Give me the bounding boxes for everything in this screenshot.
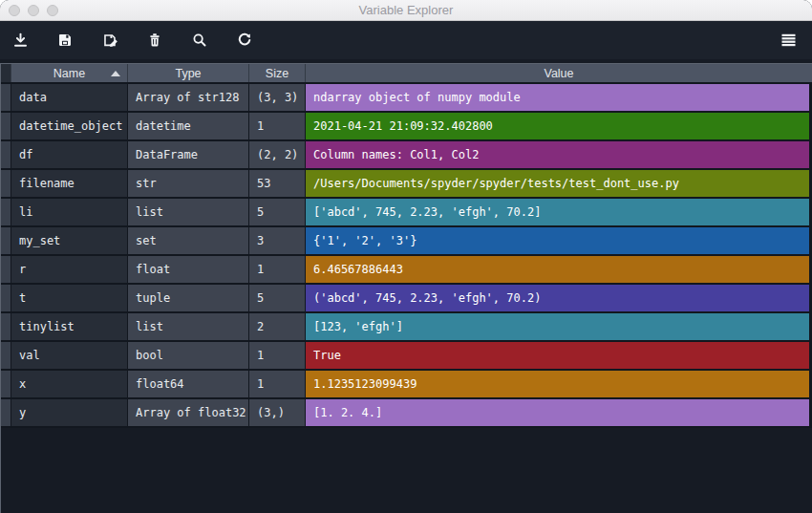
cell-value[interactable]: 6.46567886443: [306, 256, 809, 283]
cell-type[interactable]: tuple: [128, 285, 249, 311]
cell-type[interactable]: bool: [128, 342, 249, 369]
cell-value[interactable]: /Users/Documents/spyder/spyder/tests/tes…: [306, 170, 809, 197]
row-header-strip: [1, 399, 11, 426]
cell-type[interactable]: Array of str128: [128, 84, 249, 111]
cell-name[interactable]: val: [11, 342, 128, 369]
row-header-strip: [1, 256, 11, 283]
cell-name[interactable]: y: [11, 399, 128, 426]
cell-size[interactable]: 2: [249, 313, 306, 340]
search-variable-button[interactable]: [185, 26, 214, 54]
cell-name[interactable]: data: [11, 84, 128, 111]
cell-value[interactable]: True: [306, 342, 809, 369]
column-header-value-label: Value: [544, 67, 573, 80]
table-row: t tuple 5 ('abcd', 745, 2.23, 'efgh', 70…: [1, 285, 809, 311]
column-header-name[interactable]: Name: [11, 64, 128, 82]
row-header-strip: [1, 313, 11, 340]
minimize-button[interactable]: [28, 5, 39, 16]
remove-variable-button[interactable]: [140, 26, 169, 54]
cell-size[interactable]: (2, 2): [249, 141, 306, 168]
cell-type[interactable]: float: [128, 256, 249, 283]
table-row: li list 5 ['abcd', 745, 2.23, 'efgh', 70…: [1, 199, 809, 225]
search-icon: [192, 32, 207, 48]
cell-size[interactable]: 5: [249, 199, 306, 225]
cell-type[interactable]: set: [128, 227, 249, 254]
column-header-value[interactable]: Value: [306, 64, 812, 82]
row-header-strip: [1, 113, 11, 139]
cell-type[interactable]: DataFrame: [128, 141, 249, 168]
column-header-size[interactable]: Size: [249, 64, 306, 82]
close-button[interactable]: [9, 5, 20, 16]
row-header-strip: [1, 285, 11, 311]
cell-size[interactable]: 53: [249, 170, 306, 197]
cell-value[interactable]: {'1', '2', '3'}: [306, 227, 809, 254]
cell-size[interactable]: 1: [249, 256, 306, 283]
cell-name[interactable]: filename: [11, 170, 128, 197]
refresh-variables-button[interactable]: [230, 26, 259, 54]
row-header-strip: [1, 342, 11, 369]
import-icon: [12, 32, 29, 49]
cell-size[interactable]: 1: [249, 113, 306, 139]
header-corner[interactable]: [1, 64, 11, 82]
cell-name[interactable]: x: [11, 371, 128, 397]
cell-name[interactable]: r: [11, 256, 128, 283]
table-row: r float 1 6.46567886443: [1, 256, 809, 283]
save-data-button[interactable]: [51, 26, 79, 54]
cell-type[interactable]: float64: [128, 371, 249, 397]
table-row: filename str 53 /Users/Documents/spyder/…: [1, 170, 809, 197]
save-as-icon: [102, 32, 118, 49]
save-icon: [57, 32, 73, 48]
row-header-strip: [1, 141, 11, 168]
table-row: data Array of str128 (3, 3) ndarray obje…: [1, 84, 809, 111]
cell-value[interactable]: 2021-04-21 21:09:32.402800: [306, 113, 809, 139]
refresh-icon: [237, 32, 252, 48]
cell-size[interactable]: 1: [249, 342, 306, 369]
variable-explorer-window: Variable Explorer: [0, 0, 812, 513]
traffic-lights: [9, 5, 58, 16]
maximize-button[interactable]: [47, 5, 58, 16]
row-header-strip: [1, 84, 11, 111]
cell-value[interactable]: Column names: Col1, Col2: [306, 141, 809, 168]
titlebar: Variable Explorer: [0, 0, 812, 21]
cell-type[interactable]: list: [128, 199, 249, 225]
cell-type[interactable]: str: [128, 170, 249, 197]
cell-value[interactable]: 1.1235123099439: [306, 371, 809, 397]
sort-ascending-icon: [111, 71, 120, 76]
window-title: Variable Explorer: [0, 3, 812, 17]
cell-value[interactable]: [123, 'efgh']: [306, 313, 809, 340]
toolbar: [0, 21, 812, 59]
cell-type[interactable]: Array of float32: [128, 399, 249, 426]
hamburger-menu-icon: [781, 33, 796, 47]
cell-size[interactable]: (3, 3): [249, 84, 306, 111]
cell-value[interactable]: ('abcd', 745, 2.23, 'efgh', 70.2): [306, 285, 809, 311]
table-header: Name Type Size Value: [1, 64, 812, 82]
cell-size[interactable]: 5: [249, 285, 306, 311]
cell-name[interactable]: my_set: [11, 227, 128, 254]
cell-name[interactable]: datetime_object: [11, 113, 128, 139]
cell-size[interactable]: 1: [249, 371, 306, 397]
table-row: my_set set 3 {'1', '2', '3'}: [1, 227, 809, 254]
cell-value[interactable]: ndarray object of numpy module: [306, 84, 809, 111]
row-header-strip: [1, 199, 11, 225]
cell-type[interactable]: datetime: [128, 113, 249, 139]
trash-icon: [147, 32, 162, 48]
cell-name[interactable]: df: [11, 141, 128, 168]
options-menu-button[interactable]: [774, 26, 802, 54]
cell-name[interactable]: tinylist: [11, 313, 128, 340]
column-header-type[interactable]: Type: [128, 64, 249, 82]
row-header-strip: [1, 170, 11, 197]
cell-type[interactable]: list: [128, 313, 249, 340]
cell-size[interactable]: (3,): [249, 399, 306, 426]
cell-size[interactable]: 3: [249, 227, 306, 254]
row-header-strip: [1, 227, 11, 254]
cell-value[interactable]: [1. 2. 4.]: [306, 399, 809, 426]
table-row: tinylist list 2 [123, 'efgh']: [1, 313, 809, 340]
cell-value[interactable]: ['abcd', 745, 2.23, 'efgh', 70.2]: [306, 199, 809, 225]
row-header-strip: [1, 371, 11, 397]
cell-name[interactable]: t: [11, 285, 128, 311]
import-data-button[interactable]: [6, 26, 34, 54]
cell-name[interactable]: li: [11, 199, 128, 225]
column-header-type-label: Type: [175, 67, 201, 80]
variables-table: Name Type Size Value data Array of str12…: [0, 63, 812, 513]
table-empty-area: [1, 428, 812, 513]
save-data-as-button[interactable]: [96, 26, 124, 54]
